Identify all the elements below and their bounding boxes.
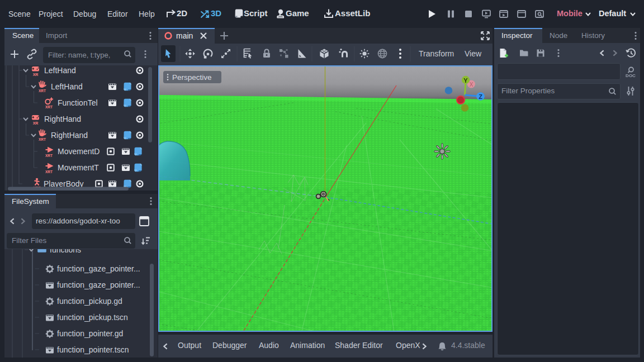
svg-text:DOC: DOC xyxy=(626,73,636,78)
